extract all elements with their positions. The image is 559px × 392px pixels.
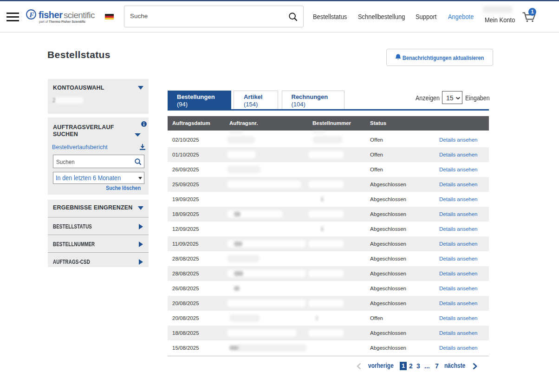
svg-text:F: F [29, 11, 34, 19]
